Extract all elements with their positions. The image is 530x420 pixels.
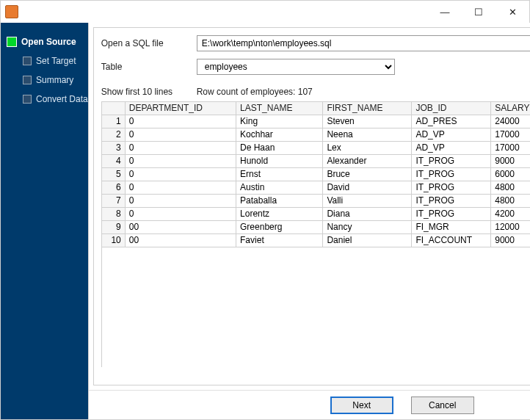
app-window: — ☐ ✕ Open Source Set Target Summary Con… bbox=[0, 0, 530, 420]
table-row[interactable]: 70PataballaValliIT_PROG4800VPATABAL bbox=[102, 195, 530, 208]
maximize-button[interactable]: ☐ bbox=[462, 1, 495, 23]
table-cell: 0 bbox=[125, 168, 236, 181]
table-cell: 0 bbox=[125, 195, 236, 208]
col-header-department-id[interactable]: DEPARTMENT_ID bbox=[125, 102, 236, 115]
sidebar-item-convert-data[interactable]: Convert Data bbox=[1, 90, 88, 109]
cancel-button[interactable]: Cancel bbox=[411, 397, 474, 414]
sidebar-item-summary[interactable]: Summary bbox=[1, 70, 88, 90]
table-cell: AD_VP bbox=[412, 142, 491, 155]
table-cell: Valli bbox=[323, 195, 412, 208]
table-cell: 0 bbox=[125, 181, 236, 195]
table-cell: 6000 bbox=[491, 168, 530, 181]
table-row[interactable]: 60AustinDavidIT_PROG4800DAUSTIN bbox=[102, 181, 530, 195]
table-cell: Lex bbox=[323, 142, 412, 155]
sidebar-item-label: Summary bbox=[36, 75, 73, 85]
step-node-icon bbox=[23, 57, 32, 65]
step-node-icon bbox=[7, 37, 17, 47]
table-cell: 12000 bbox=[491, 221, 530, 234]
table-cell: Ernst bbox=[236, 168, 323, 181]
table-cell: Alexander bbox=[323, 155, 412, 168]
table-cell: 4200 bbox=[491, 208, 530, 221]
table-cell: Faviet bbox=[236, 234, 323, 247]
row-number-cell: 9 bbox=[102, 221, 126, 234]
col-header-first-name[interactable]: FIRST_NAME bbox=[323, 102, 412, 115]
table-row[interactable]: 10KingStevenAD_PRES24000SKING bbox=[102, 115, 530, 128]
table-cell: 4800 bbox=[491, 181, 530, 195]
minimize-button[interactable]: — bbox=[428, 1, 462, 23]
table-cell: 00 bbox=[125, 234, 236, 247]
row-number-cell: 8 bbox=[102, 208, 126, 221]
table-row[interactable]: 20KochharNeenaAD_VP17000NKOCHHAR bbox=[102, 128, 530, 142]
table-cell: Neena bbox=[323, 128, 412, 142]
col-header-rownum[interactable] bbox=[102, 102, 126, 115]
table-cell: Pataballa bbox=[236, 195, 323, 208]
table-cell: IT_PROG bbox=[412, 181, 491, 195]
data-table: DEPARTMENT_ID LAST_NAME FIRST_NAME JOB_I… bbox=[102, 102, 530, 247]
table-cell: 17000 bbox=[491, 128, 530, 142]
table-row[interactable]: 30De HaanLexAD_VP17000LDEHAAN bbox=[102, 142, 530, 155]
sidebar-item-open-source[interactable]: Open Source bbox=[1, 32, 88, 51]
col-header-last-name[interactable]: LAST_NAME bbox=[236, 102, 323, 115]
row-number-cell: 2 bbox=[102, 128, 126, 142]
table-cell: IT_PROG bbox=[412, 195, 491, 208]
table-cell: IT_PROG bbox=[412, 208, 491, 221]
step-node-icon bbox=[23, 76, 32, 84]
table-cell: Kochhar bbox=[236, 128, 323, 142]
sidebar-item-label: Open Source bbox=[21, 37, 76, 47]
next-button[interactable]: Next bbox=[330, 397, 393, 414]
table-row[interactable]: 40HunoldAlexanderIT_PROG9000AHUNOLD bbox=[102, 155, 530, 168]
table-cell: Hunold bbox=[236, 155, 323, 168]
sidebar-item-set-target[interactable]: Set Target bbox=[1, 51, 88, 70]
row-number-cell: 5 bbox=[102, 168, 126, 181]
table-cell: 00 bbox=[125, 221, 236, 234]
row-number-cell: 7 bbox=[102, 195, 126, 208]
table-row[interactable]: 900GreenbergNancyFI_MGR12000NGREENBE bbox=[102, 221, 530, 234]
row-number-cell: 3 bbox=[102, 142, 126, 155]
table-label: Table bbox=[101, 62, 197, 72]
table-cell: King bbox=[236, 115, 323, 128]
sql-file-input[interactable] bbox=[197, 35, 530, 51]
data-table-wrap: DEPARTMENT_ID LAST_NAME FIRST_NAME JOB_I… bbox=[101, 101, 530, 367]
table-cell: 4800 bbox=[491, 195, 530, 208]
sidebar-item-label: Convert Data bbox=[36, 94, 88, 104]
table-cell: Austin bbox=[236, 181, 323, 195]
button-label: Cancel bbox=[429, 400, 456, 410]
row-number-cell: 10 bbox=[102, 234, 126, 247]
open-file-label: Open a SQL file bbox=[101, 38, 197, 48]
table-cell: 9000 bbox=[491, 155, 530, 168]
table-horizontal-scrollbar[interactable] bbox=[101, 369, 530, 380]
row-number-cell: 6 bbox=[102, 181, 126, 195]
row-count-label: Row count of employees: 107 bbox=[197, 87, 313, 97]
table-row[interactable]: 1000FavietDanielFI_ACCOUNT9000DFAVIET bbox=[102, 234, 530, 247]
wizard-sidebar: Open Source Set Target Summary Convert D… bbox=[1, 23, 88, 419]
app-icon bbox=[5, 5, 18, 18]
table-cell: De Haan bbox=[236, 142, 323, 155]
col-header-salary[interactable]: SALARY bbox=[491, 102, 530, 115]
table-cell: 0 bbox=[125, 208, 236, 221]
table-cell: Daniel bbox=[323, 234, 412, 247]
form-area: Open a SQL file Table bbox=[94, 28, 530, 87]
table-cell: David bbox=[323, 181, 412, 195]
main-panel: Open a SQL file Table bbox=[88, 23, 530, 419]
wizard-button-bar: Next Cancel ? Help bbox=[89, 390, 530, 419]
table-cell: Steven bbox=[323, 115, 412, 128]
table-cell: 9000 bbox=[491, 234, 530, 247]
table-row[interactable]: 50ErnstBruceIT_PROG6000BERNST bbox=[102, 168, 530, 181]
table-cell: Nancy bbox=[323, 221, 412, 234]
close-button[interactable]: ✕ bbox=[495, 1, 529, 23]
button-label: Next bbox=[352, 400, 371, 410]
table-cell: IT_PROG bbox=[412, 168, 491, 181]
table-row[interactable]: 80LorentzDianaIT_PROG4200DLORENTZ bbox=[102, 208, 530, 221]
table-select[interactable]: employees bbox=[197, 59, 395, 75]
table-cell: IT_PROG bbox=[412, 155, 491, 168]
table-cell: 17000 bbox=[491, 142, 530, 155]
row-number-cell: 4 bbox=[102, 155, 126, 168]
step-node-icon bbox=[23, 95, 32, 104]
col-header-job-id[interactable]: JOB_ID bbox=[412, 102, 491, 115]
show-first-lines-label: Show first 10 lines bbox=[101, 87, 197, 97]
table-cell: 24000 bbox=[491, 115, 530, 128]
table-cell: Diana bbox=[323, 208, 412, 221]
sidebar-item-label: Set Target bbox=[36, 56, 76, 66]
table-cell: AD_PRES bbox=[412, 115, 491, 128]
table-cell: Bruce bbox=[323, 168, 412, 181]
